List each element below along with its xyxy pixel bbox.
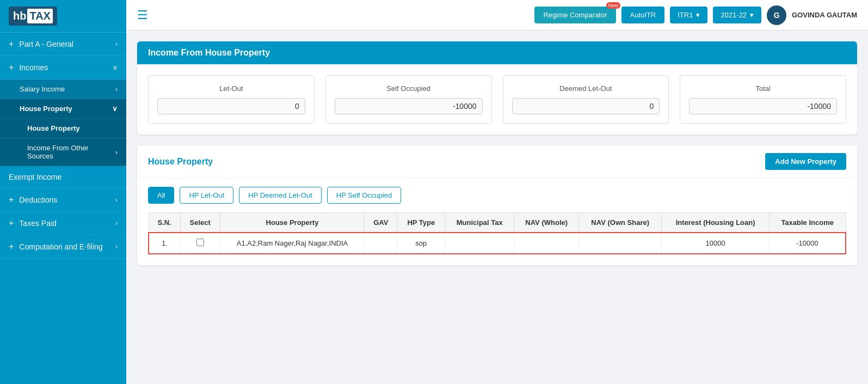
- chevron-right-icon: ›: [115, 40, 118, 48]
- hamburger-icon[interactable]: ☰: [137, 8, 148, 22]
- year-button[interactable]: 2021-22 ▾: [713, 7, 761, 23]
- plus-icon: +: [9, 63, 14, 72]
- tab-hp-let-out[interactable]: HP Let-Out: [180, 187, 233, 204]
- chevron-right-icon: ›: [115, 196, 118, 204]
- table-header-row: S.N. Select House Property GAV HP Type M…: [149, 213, 846, 233]
- avatar: G: [767, 5, 786, 25]
- sidebar-item-income-other-sources[interactable]: Income From Other Sources ›: [0, 138, 126, 166]
- sidebar-item-label: Deductions: [19, 196, 57, 204]
- cell-select[interactable]: [180, 233, 220, 254]
- table-row: 1. A1,A2,Ram Nager,Raj Nagar,INDIA sop 1…: [149, 233, 846, 254]
- plus-icon: +: [9, 195, 14, 205]
- col-select: Select: [180, 213, 220, 233]
- plus-icon: +: [9, 39, 14, 49]
- logo-box: hb TAX: [9, 7, 57, 26]
- logo-tax: TAX: [27, 9, 53, 23]
- sidebar-item-label: Salary Income: [20, 85, 65, 93]
- add-new-property-button[interactable]: Add New Property: [765, 153, 846, 170]
- col-nav-whole: NAV (Whole): [514, 213, 579, 233]
- deemed-let-out-value: 0: [512, 98, 660, 114]
- chevron-right-icon: ›: [115, 85, 118, 93]
- plus-icon: +: [9, 242, 14, 252]
- sidebar-item-label: Part A - General: [19, 40, 73, 48]
- filter-tabs: All HP Let-Out HP Deemed Let-Out HP Self…: [137, 178, 857, 212]
- tab-hp-self-occupied[interactable]: HP Self Occupied: [327, 187, 401, 204]
- sidebar-item-exempt-income[interactable]: Exempt Income: [0, 166, 126, 188]
- col-hp-type: HP Type: [397, 213, 445, 233]
- table-wrapper: S.N. Select House Property GAV HP Type M…: [137, 212, 857, 265]
- sidebar-item-house-property-sub[interactable]: House Property: [0, 119, 126, 138]
- topnav-left: ☰: [137, 8, 148, 22]
- cell-sn: 1.: [149, 233, 180, 254]
- deemed-let-out-box: Deemed Let-Out 0: [503, 75, 669, 124]
- house-property-section: House Property Add New Property All HP L…: [137, 145, 857, 265]
- col-taxable-income: Taxable Income: [769, 213, 846, 233]
- self-occupied-box: Self Occupied -10000: [325, 75, 492, 124]
- cell-nav-whole: [514, 233, 579, 254]
- tab-hp-deemed-let-out[interactable]: HP Deemed Let-Out: [239, 187, 322, 204]
- col-nav-own-share: NAV (Own Share): [579, 213, 662, 233]
- sidebar-item-label: House Property: [20, 105, 72, 113]
- logo-hb: hb: [13, 10, 26, 22]
- deemed-let-out-label: Deemed Let-Out: [559, 84, 612, 93]
- cell-nav-own-share: [579, 233, 662, 254]
- section-title: House Property: [148, 157, 213, 167]
- chevron-down-icon: ∨: [113, 64, 118, 71]
- cell-taxable-income: -10000: [769, 233, 846, 254]
- content: Income From House Property Let-Out 0 Sel…: [126, 31, 868, 384]
- cell-house-property: A1,A2,Ram Nager,Raj Nagar,INDIA: [220, 233, 364, 254]
- let-out-value: 0: [157, 98, 305, 114]
- cell-hp-type: sop: [397, 233, 445, 254]
- user-name: GOVINDA GAUTAM: [792, 11, 857, 19]
- chevron-down-icon: ▾: [750, 11, 754, 19]
- chevron-right-icon: ›: [115, 243, 118, 251]
- sidebar-item-label: Exempt Income: [9, 173, 61, 181]
- chevron-down-icon: ▾: [696, 11, 700, 19]
- tab-all[interactable]: All: [148, 187, 174, 204]
- sidebar-item-label: House Property: [27, 124, 80, 132]
- section-header: House Property Add New Property: [137, 145, 857, 178]
- topnav-right: New Regime Comparator AutoITR ITR1 ▾ 202…: [534, 5, 857, 25]
- salary-income-section: Salary Income › House Property ∨ House P…: [0, 80, 126, 166]
- cell-interest-housing-loan: 10000: [662, 233, 769, 254]
- self-occupied-label: Self Occupied: [386, 84, 430, 93]
- sidebar-item-computation[interactable]: + Computation and E-filing ›: [0, 235, 126, 259]
- cell-municipal-tax: [445, 233, 514, 254]
- chevron-right-icon: ›: [115, 220, 118, 227]
- col-municipal-tax: Municipal Tax: [445, 213, 514, 233]
- logo: hb TAX: [0, 0, 126, 33]
- cell-gav: [365, 233, 397, 254]
- chevron-down-icon: ∨: [112, 105, 118, 113]
- row-checkbox[interactable]: [196, 239, 204, 246]
- col-interest-housing-loan: Interest (Housing Loan): [662, 213, 769, 233]
- sidebar-item-label: Income From Other Sources: [27, 144, 115, 160]
- col-sn: S.N.: [149, 213, 180, 233]
- income-from-house-property-header: Income From House Property: [137, 41, 857, 64]
- col-house-property: House Property: [220, 213, 364, 233]
- itr1-button[interactable]: ITR1 ▾: [670, 7, 707, 23]
- sidebar-item-salary-income[interactable]: Salary Income ›: [0, 80, 126, 99]
- sidebar-item-label: Computation and E-filing: [19, 242, 102, 251]
- new-badge: New: [606, 2, 620, 9]
- sidebar-item-deductions[interactable]: + Deductions ›: [0, 188, 126, 212]
- main-wrapper: ☰ New Regime Comparator AutoITR ITR1 ▾ 2…: [126, 0, 868, 384]
- sidebar-item-label: Taxes Paid: [19, 219, 56, 228]
- summary-body: Let-Out 0 Self Occupied -10000 Deemed Le…: [137, 64, 857, 135]
- plus-icon: +: [9, 218, 14, 228]
- let-out-label: Let-Out: [219, 84, 243, 93]
- col-gav: GAV: [365, 213, 397, 233]
- topnav: ☰ New Regime Comparator AutoITR ITR1 ▾ 2…: [126, 0, 868, 31]
- regime-comparator-button[interactable]: New Regime Comparator: [534, 7, 615, 23]
- chevron-right-icon: ›: [115, 148, 118, 156]
- total-box: Total -10000: [680, 75, 846, 124]
- total-value: -10000: [689, 98, 837, 114]
- sidebar-item-house-property[interactable]: House Property ∨: [0, 99, 126, 119]
- let-out-box: Let-Out 0: [148, 75, 315, 124]
- sidebar-item-label: Incomes: [19, 63, 48, 72]
- sidebar-item-incomes[interactable]: + Incomes ∨: [0, 56, 126, 80]
- autoitr-button[interactable]: AutoITR: [621, 7, 665, 23]
- income-from-house-property-title: Income From House Property: [148, 48, 270, 57]
- sidebar: hb TAX + Part A - General › + Incomes ∨ …: [0, 0, 126, 384]
- sidebar-item-taxes-paid[interactable]: + Taxes Paid ›: [0, 212, 126, 235]
- sidebar-item-part-a[interactable]: + Part A - General ›: [0, 33, 126, 56]
